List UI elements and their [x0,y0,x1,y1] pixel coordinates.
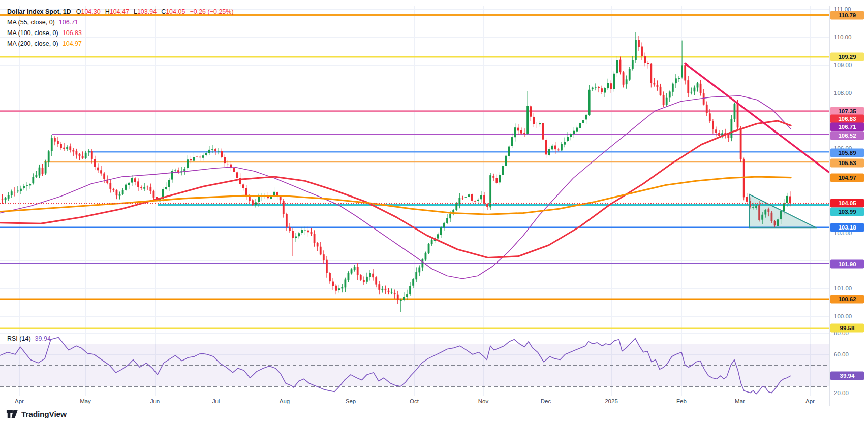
time-axis-label: Sep [346,396,356,406]
tradingview-logo[interactable]: TradingView [6,409,67,419]
time-axis-label: Dec [541,396,551,406]
rsi-band [0,344,829,387]
time-axis-label: May [80,396,91,406]
candlesticks[interactable] [2,32,791,312]
axis-tick-label: 108.00 [834,90,866,96]
axis-tick-label: 20.00 [834,390,866,396]
axis-tick-label: 110.00 [834,34,866,40]
descending-triangle-pattern[interactable] [750,194,817,228]
time-axis-label: Aug [280,396,290,406]
time-axis-label: Jul [212,396,220,406]
time-axis-label: Mar [735,396,745,406]
price-chart-canvas[interactable] [0,0,868,425]
price-level-badge: 104.97 [830,174,864,182]
rsi-legend-row[interactable]: RSI (14) 39.94 [7,334,51,343]
change-value: −0.26 (−0.25%) [190,8,233,15]
price-level-badge: 99.58 [830,324,864,333]
price-level-badge: 100.62 [830,295,864,304]
open-value: O104.30 [76,8,101,15]
chart-window: Dollar Index Spot, 1D O104.30 H104.47 L1… [0,0,868,425]
price-level-badge: 105.53 [830,159,864,168]
low-value: L103.94 [134,8,157,15]
axis-tick-label: 101.00 [834,285,866,291]
time-axis-label: Apr [15,396,24,406]
time-axis-label: Oct [410,396,419,406]
ma55-value: 106.71 [59,19,78,26]
close-value: C104.05 [161,8,185,15]
price-level-badge: 104.05 [830,199,864,208]
high-value: H104.47 [105,8,129,15]
price-level-badge: 106.83 [830,115,864,123]
tradingview-logo-icon [6,409,18,419]
tradingview-logo-text: TradingView [21,410,67,419]
time-axis-label: Feb [676,396,687,406]
ma100-value: 106.83 [63,29,82,37]
price-level-badge: 103.99 [830,208,864,216]
price-level-badge: 103.18 [830,223,864,232]
symbol-title[interactable]: Dollar Index Spot, 1D [7,8,71,15]
price-level-badge: 109.29 [830,53,864,61]
ohlc-row[interactable]: Dollar Index Spot, 1D O104.30 H104.47 L1… [7,6,234,17]
ma200-legend-row[interactable]: MA (200, close, 0) 104.97 [7,38,234,49]
price-level-badge: 110.79 [830,11,864,20]
price-level-badge: 101.90 [830,260,864,269]
ma100-legend-row[interactable]: MA (100, close, 0) 106.83 [7,27,234,38]
gridlines [0,6,829,396]
ma100-line[interactable] [0,121,791,258]
price-level-badge: 39.94 [830,372,864,380]
time-axis-label: Jun [150,396,160,406]
rsi-value: 39.94 [35,335,51,342]
ma55-legend-row[interactable]: MA (55, close, 0) 106.71 [7,17,234,27]
price-level-badge: 106.52 [830,132,864,140]
ma200-value: 104.97 [63,40,82,47]
time-axis-label: 2025 [605,396,618,406]
price-level-badge: 105.89 [830,149,864,157]
ma55-line[interactable] [0,96,791,279]
time-axis-label: Apr [805,396,815,406]
symbol-legend[interactable]: Dollar Index Spot, 1D O104.30 H104.47 L1… [7,6,234,49]
axis-tick-label: 100.00 [834,313,866,319]
axis-tick-label: 60.00 [834,351,866,357]
downtrend-line[interactable] [685,63,829,173]
axis-tick-label: 109.00 [834,62,866,68]
time-axis-label: Nov [478,396,488,406]
price-level-badge: 106.71 [830,123,864,132]
